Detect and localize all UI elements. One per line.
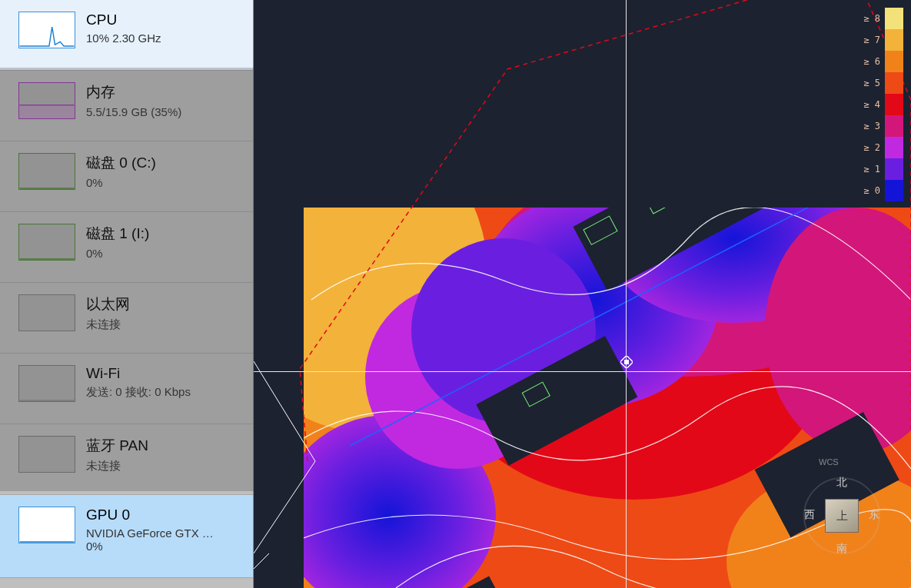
perf-text: 磁盘 0 (C:)0% [86, 153, 242, 189]
perf-item-bt[interactable]: 蓝牙 PAN未连接 [0, 424, 253, 495]
crosshair-horizontal [254, 371, 911, 372]
legend-swatch [885, 158, 903, 180]
perf-text: Wi-Fi发送: 0 接收: 0 Kbps [86, 365, 242, 400]
perf-sub: 5.5/15.9 GB (35%) [86, 105, 242, 118]
perf-item-mem[interactable]: 内存5.5/15.9 GB (35%) [0, 71, 253, 141]
legend-row-6: ≥ 2 [859, 137, 903, 158]
perf-text: 以太网未连接 [86, 294, 242, 332]
perf-title: GPU 0 [86, 507, 242, 523]
legend-label: ≥ 5 [859, 78, 885, 88]
viewcube-west[interactable]: 西 [800, 508, 819, 522]
legend-row-0: ≥ 8 [859, 8, 903, 29]
perf-sub: 未连接 [86, 459, 242, 473]
perf-item-eth[interactable]: 以太网未连接 [0, 283, 253, 354]
viewcube-south[interactable]: 南 [833, 542, 851, 556]
color-legend: ≥ 8≥ 7≥ 6≥ 5≥ 4≥ 3≥ 2≥ 1≥ 0 [859, 8, 903, 201]
svg-rect-23 [624, 360, 629, 364]
legend-swatch [885, 115, 903, 137]
legend-label: ≥ 8 [859, 13, 885, 24]
perf-sub: 未连接 [86, 317, 242, 332]
viewcube-wcs-label: WCS [819, 457, 839, 467]
perf-thumb-disk1 [18, 224, 75, 261]
legend-row-1: ≥ 7 [859, 29, 903, 51]
perf-title: 磁盘 1 (I:) [86, 224, 242, 244]
perf-title: CPU [86, 12, 242, 28]
legend-swatch [885, 180, 903, 201]
perf-text: 内存5.5/15.9 GB (35%) [86, 82, 242, 118]
perf-thumb-cpu [18, 12, 75, 48]
perf-title: 磁盘 0 (C:) [86, 153, 242, 173]
perf-thumb-bt [18, 436, 75, 473]
perf-title: 内存 [86, 82, 242, 102]
perf-item-disk0[interactable]: 磁盘 0 (C:)0% [0, 141, 253, 212]
pickbox-icon [620, 356, 633, 368]
perf-item-wifi[interactable]: Wi-Fi发送: 0 接收: 0 Kbps [0, 354, 253, 424]
legend-label: ≥ 2 [859, 142, 885, 153]
legend-label: ≥ 1 [859, 164, 885, 174]
perf-sub: 10% 2.30 GHz [86, 32, 242, 45]
perf-thumb-eth [18, 294, 75, 331]
legend-row-8: ≥ 0 [859, 180, 903, 201]
task-manager-performance-sidebar: CPU10% 2.30 GHz内存5.5/15.9 GB (35%)磁盘 0 (… [0, 0, 254, 588]
svg-rect-0 [20, 105, 75, 118]
perf-thumb-disk0 [18, 153, 75, 190]
legend-label: ≥ 6 [859, 56, 885, 67]
legend-label: ≥ 3 [859, 121, 885, 131]
perf-thumb-mem [18, 82, 75, 119]
legend-swatch [885, 29, 903, 51]
legend-label: ≥ 0 [859, 185, 885, 196]
legend-swatch [885, 8, 903, 29]
crosshair-vertical [626, 0, 627, 588]
legend-label: ≥ 7 [859, 35, 885, 45]
perf-item-cpu[interactable]: CPU10% 2.30 GHz [0, 0, 253, 71]
perf-title: 以太网 [86, 294, 242, 314]
perf-sub: NVIDIA GeForce GTX … [86, 527, 242, 540]
performance-list: CPU10% 2.30 GHz内存5.5/15.9 GB (35%)磁盘 0 (… [0, 0, 253, 578]
perf-item-disk1[interactable]: 磁盘 1 (I:)0% [0, 212, 253, 283]
perf-title: 蓝牙 PAN [86, 436, 242, 456]
perf-sub: 0% [86, 247, 242, 260]
legend-swatch [885, 51, 903, 72]
viewcube-top-face[interactable]: 上 [825, 499, 859, 533]
legend-row-7: ≥ 1 [859, 158, 903, 180]
perf-sub: 发送: 0 接收: 0 Kbps [86, 385, 242, 400]
perf-title: Wi-Fi [86, 365, 242, 382]
legend-row-2: ≥ 6 [859, 51, 903, 72]
viewcube-east[interactable]: 东 [865, 508, 883, 522]
perf-text: CPU10% 2.30 GHz [86, 12, 242, 45]
legend-row-4: ≥ 4 [859, 94, 903, 115]
legend-swatch [885, 94, 903, 115]
viewcube-north[interactable]: 北 [833, 476, 851, 490]
perf-thumb-gpu [18, 507, 75, 543]
perf-item-gpu[interactable]: GPU 0NVIDIA GeForce GTX …0% [0, 495, 253, 578]
legend-row-5: ≥ 3 [859, 115, 903, 137]
perf-thumb-wifi [18, 365, 75, 402]
legend-row-3: ≥ 5 [859, 72, 903, 94]
cad-viewport[interactable]: ≥ 8≥ 7≥ 6≥ 5≥ 4≥ 3≥ 2≥ 1≥ 0 WCS 北 南 西 东 … [254, 0, 911, 588]
perf-sub: 0% [86, 176, 242, 189]
legend-swatch [885, 72, 903, 94]
legend-swatch [885, 137, 903, 158]
perf-text: 蓝牙 PAN未连接 [86, 436, 242, 473]
legend-label: ≥ 4 [859, 99, 885, 110]
perf-text: 磁盘 1 (I:)0% [86, 224, 242, 260]
perf-text: GPU 0NVIDIA GeForce GTX …0% [86, 507, 242, 553]
perf-sub2: 0% [86, 540, 242, 553]
viewcube[interactable]: WCS 北 南 西 东 上 [796, 457, 888, 573]
